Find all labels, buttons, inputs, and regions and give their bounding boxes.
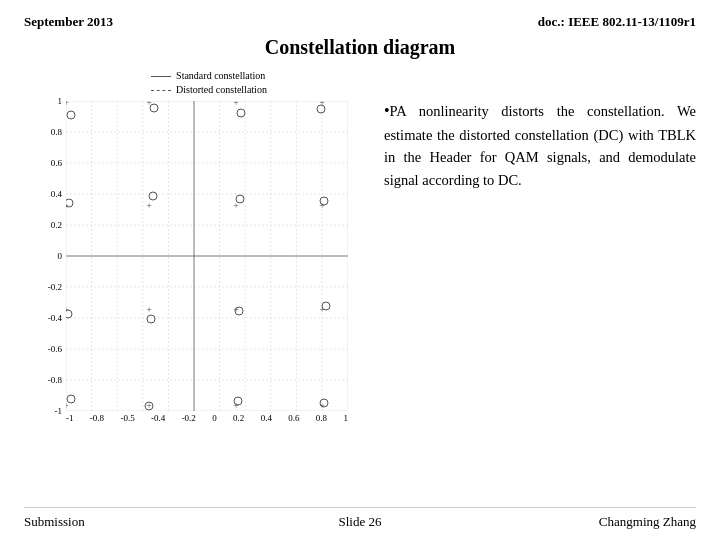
y-label-m04: -0.4 — [48, 313, 62, 323]
svg-point-54 — [67, 395, 75, 403]
page: September 2013 doc.: IEEE 802.11-13/1109… — [0, 0, 720, 540]
x-label-06: 0.6 — [288, 413, 299, 433]
footer: Submission Slide 26 Changming Zhang — [24, 507, 696, 530]
legend-standard-label: Standard constellation — [176, 69, 265, 83]
y-label-m08: -0.8 — [48, 375, 62, 385]
x-label-08: 0.8 — [316, 413, 327, 433]
svg-point-44 — [236, 195, 244, 203]
y-axis-labels: 1 0.8 0.6 0.4 0.2 0 -0.2 -0.4 -0.6 -0.8 … — [34, 101, 64, 411]
header-left: September 2013 — [24, 14, 113, 30]
x-label-m04: -0.4 — [151, 413, 165, 433]
y-label-0: 0 — [58, 251, 63, 261]
footer-submission: Submission — [24, 514, 248, 530]
svg-point-41 — [150, 104, 158, 112]
svg-text:+: + — [66, 304, 69, 315]
y-label-m02: -0.2 — [48, 282, 62, 292]
y-label-06: 0.6 — [51, 158, 62, 168]
x-label-m1: -1 — [66, 413, 74, 433]
page-title: Constellation diagram — [24, 36, 696, 59]
chart-section: Standard constellation Distorted constel… — [24, 69, 364, 499]
svg-point-42 — [67, 111, 75, 119]
y-label-1: 1 — [58, 96, 63, 106]
legend-distorted: Distorted constellation — [151, 83, 267, 97]
content-area: Standard constellation Distorted constel… — [24, 69, 696, 499]
y-label-02: 0.2 — [51, 220, 62, 230]
x-label-m08: -0.8 — [90, 413, 104, 433]
constellation-chart: + + + + + + + + + + + + — [66, 101, 348, 411]
footer-slide: Slide 26 — [248, 514, 472, 530]
x-label-04: 0.4 — [261, 413, 272, 433]
chart-wrapper: 1 0.8 0.6 0.4 0.2 0 -0.2 -0.4 -0.6 -0.8 … — [34, 101, 354, 441]
legend-distorted-label: Distorted constellation — [176, 83, 267, 97]
svg-point-40 — [237, 109, 245, 117]
x-label-02: 0.2 — [233, 413, 244, 433]
body-text: •PA nonlinearity distorts the constellat… — [384, 99, 696, 191]
x-axis-labels: -1 -0.8 -0.5 -0.4 -0.2 0 0.2 0.4 0.6 0.8… — [66, 413, 348, 433]
y-label-08: 0.8 — [51, 127, 62, 137]
y-label-04: 0.4 — [51, 189, 62, 199]
svg-text:+: + — [146, 304, 152, 315]
svg-text:+: + — [146, 200, 152, 211]
text-section: •PA nonlinearity distorts the constellat… — [374, 69, 696, 499]
svg-point-49 — [147, 315, 155, 323]
svg-text:+: + — [66, 101, 69, 108]
body-text-content: PA nonlinearity distorts the constellati… — [384, 103, 696, 188]
y-label-m06: -0.6 — [48, 344, 62, 354]
x-label-m02: -0.2 — [182, 413, 196, 433]
header: September 2013 doc.: IEEE 802.11-13/1109… — [24, 14, 696, 30]
svg-point-45 — [149, 192, 157, 200]
legend-solid-line — [151, 76, 171, 77]
x-label-m05: -0.5 — [120, 413, 134, 433]
x-label-1: 1 — [343, 413, 348, 433]
header-right: doc.: IEEE 802.11-13/1109r1 — [538, 14, 696, 30]
legend-dashed-line — [151, 90, 171, 91]
svg-text:+: + — [233, 101, 239, 108]
legend: Standard constellation Distorted constel… — [151, 69, 267, 97]
svg-text:+: + — [233, 200, 239, 211]
x-label-0: 0 — [212, 413, 217, 433]
chart-container: + + + + + + + + + + + + — [66, 101, 348, 411]
footer-author: Changming Zhang — [472, 514, 696, 530]
legend-standard: Standard constellation — [151, 69, 265, 83]
y-label-m1: -1 — [55, 406, 63, 416]
